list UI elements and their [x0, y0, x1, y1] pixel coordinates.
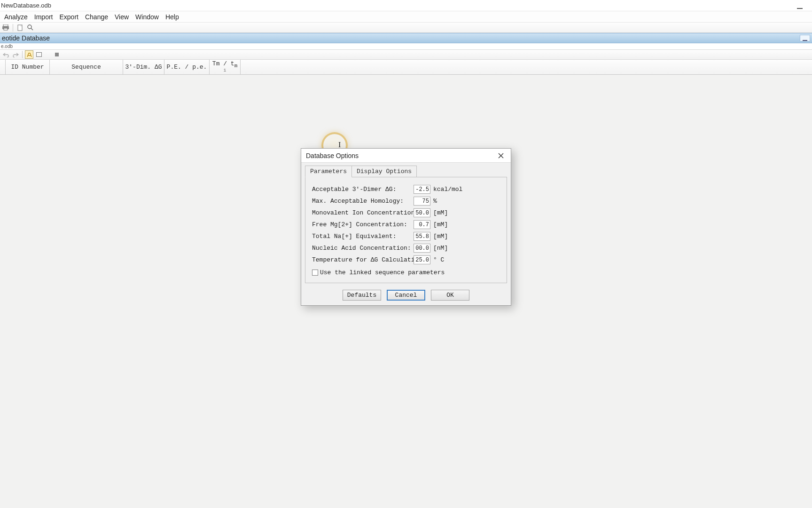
- dialog-button-row: Defaults Cancel OK: [305, 290, 507, 301]
- use-linked-sequence-checkbox[interactable]: [312, 270, 318, 276]
- param-na-unit: [mM]: [433, 233, 448, 240]
- param-homology-label: Max. Acceptable Homology:: [312, 198, 414, 205]
- main-menu-bar: Analyze Import Export Change View Window…: [0, 11, 812, 23]
- param-homology-input[interactable]: [414, 197, 430, 206]
- menu-export[interactable]: Export: [56, 12, 82, 22]
- param-nucleic-unit: [nM]: [433, 245, 448, 252]
- printer-icon[interactable]: [1, 24, 10, 32]
- main-title-bar: NewDatabase.odb: [0, 0, 812, 11]
- database-options-dialog: Database Options Parameters Display Opti…: [301, 148, 511, 306]
- menu-help[interactable]: Help: [162, 12, 182, 22]
- cancel-button[interactable]: Cancel: [387, 290, 425, 301]
- subwindow-minimize-button[interactable]: [800, 35, 810, 41]
- param-na-input[interactable]: [414, 232, 430, 241]
- param-dimer-input[interactable]: [414, 185, 430, 194]
- search-icon[interactable]: [26, 24, 35, 32]
- svg-line-7: [31, 28, 33, 30]
- param-monovalent-label: Monovalent Ion Concentration:: [312, 209, 414, 216]
- param-na-label: Total Na[+] Equivalent:: [312, 233, 414, 240]
- defaults-button[interactable]: Defaults: [343, 290, 381, 301]
- column-tm[interactable]: Tm / tm 1: [210, 60, 241, 74]
- work-area: I Database Options Parameters Display Op…: [0, 75, 812, 508]
- highlight-toggle-icon[interactable]: [25, 50, 33, 59]
- menu-view[interactable]: View: [111, 12, 132, 22]
- svg-rect-0: [797, 8, 803, 9]
- menu-analyze[interactable]: Analyze: [1, 12, 31, 22]
- window-minimize-button[interactable]: [793, 2, 806, 9]
- svg-point-6: [28, 25, 31, 29]
- param-dimer-unit: kcal/mol: [433, 186, 462, 193]
- rectangle-icon[interactable]: [35, 50, 43, 59]
- dialog-title-bar[interactable]: Database Options: [301, 149, 511, 163]
- main-toolbar: [0, 23, 812, 33]
- param-monovalent-unit: [mM]: [433, 209, 448, 216]
- param-temperature-unit: ° C: [433, 256, 444, 263]
- column-dimer-dg[interactable]: 3'-Dim. ΔG: [123, 60, 164, 74]
- use-linked-sequence-label: Use the linked sequence parameters: [320, 269, 445, 276]
- param-nucleic-input[interactable]: [414, 244, 430, 253]
- tab-display-options[interactable]: Display Options: [351, 166, 417, 177]
- param-homology: Max. Acceptable Homology: %: [312, 197, 500, 206]
- menu-import[interactable]: Import: [31, 12, 56, 22]
- tab-parameters[interactable]: Parameters: [305, 166, 352, 177]
- row-handle-column[interactable]: [0, 60, 6, 74]
- param-dimer: Acceptable 3'-Dimer ΔG: kcal/mol: [312, 185, 500, 194]
- param-nucleic-label: Nucleic Acid Concentration:: [312, 245, 414, 252]
- svg-rect-1: [3, 24, 8, 26]
- column-sequence[interactable]: Sequence: [50, 60, 123, 74]
- param-monovalent-input[interactable]: [414, 208, 430, 217]
- parameters-panel: Acceptable 3'-Dimer ΔG: kcal/mol Max. Ac…: [305, 177, 507, 283]
- param-mg: Free Mg[2+] Concentration: [mM]: [312, 220, 500, 229]
- menu-window[interactable]: Window: [132, 12, 162, 22]
- redo-icon[interactable]: [11, 50, 20, 59]
- table-column-headers: ID Number Sequence 3'-Dim. ΔG P.E. / p.e…: [0, 60, 812, 75]
- undo-icon[interactable]: [1, 50, 10, 59]
- dialog-close-button[interactable]: [495, 151, 507, 161]
- param-temperature-input[interactable]: [414, 255, 430, 264]
- ok-button[interactable]: OK: [431, 290, 469, 301]
- param-homology-unit: %: [433, 198, 437, 205]
- dialog-tabs: Parameters Display Options: [305, 166, 507, 177]
- param-temperature: Temperature for ΔG Calculations: ° C: [312, 255, 500, 264]
- svg-rect-3: [4, 28, 8, 30]
- subwindow-toolbar: [0, 50, 812, 60]
- menu-change[interactable]: Change: [82, 12, 111, 22]
- window-title: NewDatabase.odb: [0, 2, 51, 9]
- use-linked-sequence-row: Use the linked sequence parameters: [312, 269, 500, 276]
- param-mg-unit: [mM]: [433, 221, 448, 228]
- column-pe[interactable]: P.E. / p.e.: [164, 60, 210, 74]
- param-mg-input[interactable]: [414, 220, 430, 229]
- stop-icon[interactable]: [53, 50, 61, 59]
- subwindow-path: e.odb: [0, 43, 812, 50]
- subtoolbar-separator: [22, 51, 23, 58]
- param-dimer-label: Acceptable 3'-Dimer ΔG:: [312, 186, 414, 193]
- param-na: Total Na[+] Equivalent: [mM]: [312, 232, 500, 241]
- param-monovalent: Monovalent Ion Concentration: [mM]: [312, 208, 500, 217]
- dialog-title: Database Options: [306, 152, 359, 159]
- param-mg-label: Free Mg[2+] Concentration:: [312, 221, 414, 228]
- toolbar-separator: [13, 24, 13, 32]
- param-nucleic: Nucleic Acid Concentration: [nM]: [312, 244, 500, 253]
- subwindow-title-bar: eotide Database: [0, 33, 812, 43]
- svg-rect-8: [803, 40, 807, 41]
- column-id-number[interactable]: ID Number: [6, 60, 50, 74]
- param-temperature-label: Temperature for ΔG Calculations:: [312, 256, 414, 263]
- document-icon[interactable]: [16, 24, 24, 32]
- subwindow-title: eotide Database: [2, 34, 50, 42]
